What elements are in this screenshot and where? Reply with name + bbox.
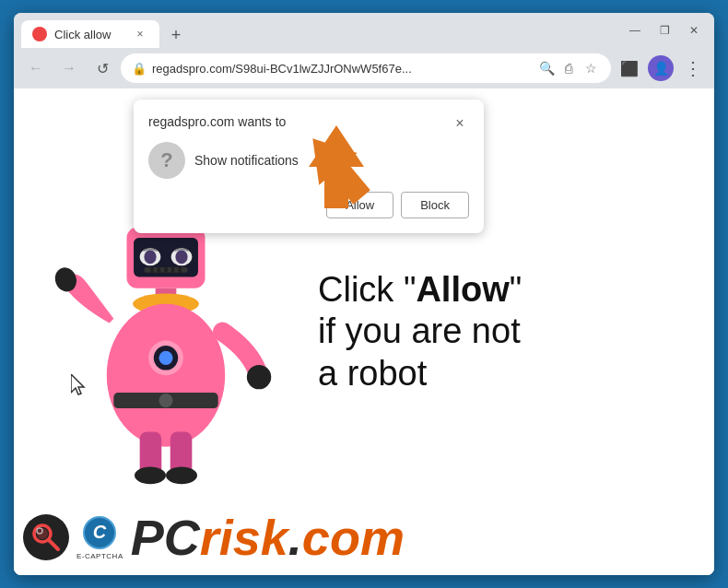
main-text-allow: Allow xyxy=(416,270,509,309)
title-bar: Click allow × + — ❐ ✕ xyxy=(14,13,714,48)
page-content: Click "Allow" if you are not a robot reg… xyxy=(14,88,714,575)
popup-close-button[interactable]: × xyxy=(451,114,469,133)
svg-point-18 xyxy=(159,394,172,407)
profile-icon[interactable]: 👤 xyxy=(646,53,675,83)
block-button[interactable]: Block xyxy=(401,192,469,218)
minimize-button[interactable]: — xyxy=(622,18,648,43)
arrow-icon xyxy=(295,125,378,227)
forward-button[interactable]: → xyxy=(54,53,84,83)
back-button[interactable]: ← xyxy=(21,53,51,83)
arrow-container xyxy=(295,125,378,230)
toolbar: ← → ↺ 🔒 regadspro.com/S98ui-BCv1lwZJJrON… xyxy=(14,48,714,88)
svg-line-35 xyxy=(49,540,58,549)
main-text-line3: a robot xyxy=(318,354,427,393)
extensions-icon[interactable]: ⬛ xyxy=(615,53,644,83)
share-icon[interactable]: ⎙ xyxy=(559,59,578,77)
popup-title: regadspro.com wants to xyxy=(148,114,286,129)
cursor-icon xyxy=(71,374,89,396)
captcha-text: E-CAPTCHA xyxy=(76,552,123,560)
new-tab-button[interactable]: + xyxy=(163,22,189,48)
svg-point-7 xyxy=(175,250,187,264)
svg-point-21 xyxy=(159,351,172,365)
main-text-line2: if you are not xyxy=(318,312,521,350)
close-button[interactable]: ✕ xyxy=(681,18,707,43)
question-icon: ? xyxy=(148,142,185,179)
browser-window: Click allow × + — ❐ ✕ ← → ↺ 🔒 regadspro.… xyxy=(14,13,714,575)
url-text: regadspro.com/S98ui-BCv1lwZJJrONwW5f67e.… xyxy=(152,62,532,76)
captcha-logo: C xyxy=(82,515,117,550)
magnifier-icon xyxy=(29,521,63,554)
toolbar-icons: ⬛ 👤 ⋮ xyxy=(615,53,707,83)
pcrisk-com: com xyxy=(302,510,405,565)
svg-rect-13 xyxy=(178,267,182,273)
svg-marker-31 xyxy=(71,374,84,394)
tab-close-button[interactable]: × xyxy=(132,26,148,42)
bottom-logos: C E-CAPTCHA PCrisk.com xyxy=(23,509,405,566)
maximize-button[interactable]: ❐ xyxy=(652,18,677,43)
svg-rect-9 xyxy=(150,267,154,273)
svg-point-23 xyxy=(247,365,271,389)
svg-point-6 xyxy=(144,250,156,264)
pcrisk-search-icon xyxy=(23,514,69,560)
menu-icon[interactable]: ⋮ xyxy=(677,53,707,83)
cursor xyxy=(71,374,89,401)
svg-rect-11 xyxy=(164,267,168,273)
svg-point-27 xyxy=(166,466,197,484)
svg-rect-10 xyxy=(158,267,161,273)
profile-avatar: 👤 xyxy=(648,55,674,81)
address-bar-icons: 🔍 ⎙ ☆ xyxy=(537,59,600,77)
text-area: Click "Allow" if you are not a robot xyxy=(299,251,714,414)
bookmark-icon[interactable]: ☆ xyxy=(581,59,600,77)
window-controls: — ❐ ✕ xyxy=(622,18,707,43)
tab-title: Click allow xyxy=(54,28,124,41)
reload-button[interactable]: ↺ xyxy=(88,53,117,83)
pcrisk-risk: risk xyxy=(200,510,288,565)
search-icon[interactable]: 🔍 xyxy=(537,59,556,77)
main-text-line1: Click "Allow" xyxy=(318,270,522,309)
pcrisk-dot: . xyxy=(288,510,302,565)
browser-tab[interactable]: Click allow × xyxy=(21,20,159,48)
pcrisk-pc: PC xyxy=(131,510,200,565)
svg-text:C: C xyxy=(93,522,107,542)
address-bar[interactable]: 🔒 regadspro.com/S98ui-BCv1lwZJJrONwW5f67… xyxy=(121,53,611,83)
svg-point-26 xyxy=(135,466,166,484)
lock-icon: 🔒 xyxy=(132,62,147,76)
captcha-badge: C E-CAPTCHA xyxy=(76,515,123,560)
main-text: Click "Allow" if you are not a robot xyxy=(318,269,696,395)
tab-favicon xyxy=(32,27,47,41)
pcrisk-logo: PCrisk.com xyxy=(131,509,405,566)
popup-message: Show notifications xyxy=(194,153,299,168)
svg-rect-12 xyxy=(171,267,175,273)
tab-area: Click allow × + xyxy=(21,13,611,48)
